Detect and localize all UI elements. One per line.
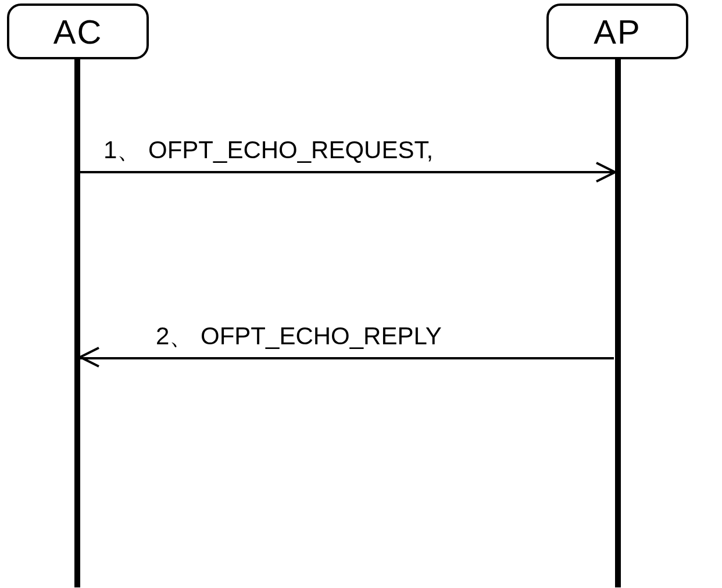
participant-ac-label: AC: [53, 12, 103, 51]
message-1-label: OFPT_ECHO_REQUEST,: [148, 136, 433, 163]
message-2-label: OFPT_ECHO_REPLY: [201, 322, 442, 350]
arrow-line-1: [80, 171, 614, 173]
arrow-line-2: [80, 357, 614, 359]
lifeline-ap: [615, 59, 621, 587]
lifeline-ac: [74, 59, 80, 587]
message-echo-reply: 2、 OFPT_ECHO_REPLY: [80, 320, 615, 359]
message-echo-request: 1、 OFPT_ECHO_REQUEST,: [80, 134, 615, 173]
message-2-index: 2、: [156, 322, 194, 350]
participant-ap-label: AP: [594, 12, 641, 51]
participant-ap: AP: [546, 3, 688, 59]
participant-ac: AC: [7, 3, 149, 59]
message-1-index: 1、: [103, 136, 141, 163]
